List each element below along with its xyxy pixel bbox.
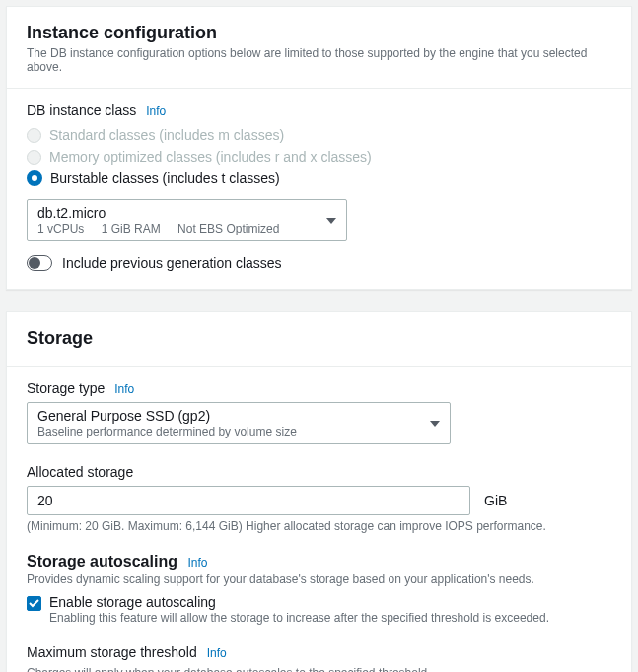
radio-burstable-classes[interactable]: Burstable classes (includes t classes)	[27, 168, 611, 189]
instance-config-title: Instance configuration	[27, 23, 611, 43]
allocated-storage-label: Allocated storage	[27, 464, 611, 480]
storage-type-select[interactable]: General Purpose SSD (gp2) Baseline perfo…	[27, 402, 451, 444]
instance-class-select[interactable]: db.t2.micro 1 vCPUs 1 GiB RAM Not EBS Op…	[27, 199, 347, 241]
autoscaling-desc: Provides dynamic scaling support for you…	[27, 572, 611, 586]
include-prev-gen-label: Include previous generation classes	[62, 255, 282, 271]
radio-burstable-label: Burstable classes (includes t classes)	[50, 170, 280, 186]
select-vcpu: 1 vCPUs	[37, 222, 84, 235]
caret-down-icon	[326, 218, 336, 224]
radio-standard-classes: Standard classes (includes m classes)	[27, 124, 611, 146]
allocated-storage-hint: (Minimum: 20 GiB. Maximum: 6,144 GiB) Hi…	[27, 519, 611, 533]
autoscaling-heading: Storage autoscaling	[27, 553, 177, 570]
toggle-thumb-icon	[29, 257, 40, 269]
instance-config-panel: Instance configuration The DB instance c…	[6, 6, 632, 290]
autoscaling-info-link[interactable]: Info	[187, 556, 207, 570]
instance-class-select-details: 1 vCPUs 1 GiB RAM Not EBS Optimized	[37, 222, 317, 235]
allocated-storage-row: GiB	[27, 486, 611, 515]
enable-autoscaling-checkbox[interactable]	[27, 596, 41, 611]
radio-icon	[27, 150, 41, 165]
storage-body: Storage type Info General Purpose SSD (g…	[7, 367, 631, 672]
threshold-label: Maximum storage threshold	[27, 644, 197, 660]
instance-class-select-value: db.t2.micro	[37, 205, 317, 221]
db-class-info-link[interactable]: Info	[146, 104, 166, 118]
caret-down-icon	[430, 421, 440, 427]
radio-icon	[27, 128, 41, 143]
include-prev-gen-toggle[interactable]	[27, 255, 52, 271]
include-prev-gen-toggle-row: Include previous generation classes	[27, 255, 611, 271]
threshold-desc: Charges will apply when your database au…	[27, 666, 611, 672]
storage-type-select-desc: Baseline performance determined by volum…	[37, 425, 420, 438]
radio-memory-classes: Memory optimized classes (includes r and…	[27, 146, 611, 168]
storage-type-info-link[interactable]: Info	[114, 382, 134, 396]
storage-type-label-row: Storage type Info	[27, 380, 611, 396]
enable-autoscaling-desc: Enabling this feature will allow the sto…	[49, 611, 549, 625]
instance-config-header: Instance configuration The DB instance c…	[7, 7, 631, 89]
radio-standard-label: Standard classes (includes m classes)	[49, 127, 284, 143]
check-icon	[29, 599, 39, 608]
allocated-storage-unit: GiB	[484, 493, 507, 508]
enable-autoscaling-body: Enable storage autoscaling Enabling this…	[49, 594, 549, 625]
instance-config-subtitle: The DB instance configuration options be…	[27, 46, 611, 74]
allocated-storage-section: Allocated storage GiB (Minimum: 20 GiB. …	[27, 464, 611, 533]
allocated-storage-input[interactable]	[27, 486, 470, 515]
instance-config-body: DB instance class Info Standard classes …	[7, 89, 631, 289]
storage-type-select-value: General Purpose SSD (gp2)	[37, 408, 420, 424]
storage-panel: Storage Storage type Info General Purpos…	[6, 311, 632, 672]
enable-autoscaling-label: Enable storage autoscaling	[49, 594, 549, 610]
threshold-section: Maximum storage threshold Info Charges w…	[27, 644, 611, 672]
storage-header: Storage	[7, 312, 631, 367]
radio-icon	[27, 170, 42, 186]
threshold-label-row: Maximum storage threshold Info	[27, 644, 611, 660]
enable-autoscaling-row: Enable storage autoscaling Enabling this…	[27, 594, 611, 625]
autoscaling-section: Storage autoscaling Info Provides dynami…	[27, 553, 611, 625]
select-ram: 1 GiB RAM	[102, 222, 161, 235]
autoscaling-heading-row: Storage autoscaling Info	[27, 553, 611, 571]
storage-type-label: Storage type	[27, 380, 105, 396]
storage-title: Storage	[27, 328, 611, 349]
db-class-label-row: DB instance class Info	[27, 102, 611, 118]
select-ebs: Not EBS Optimized	[177, 222, 279, 235]
radio-memory-label: Memory optimized classes (includes r and…	[49, 149, 372, 165]
db-class-label: DB instance class	[27, 102, 136, 118]
threshold-info-link[interactable]: Info	[207, 646, 227, 660]
